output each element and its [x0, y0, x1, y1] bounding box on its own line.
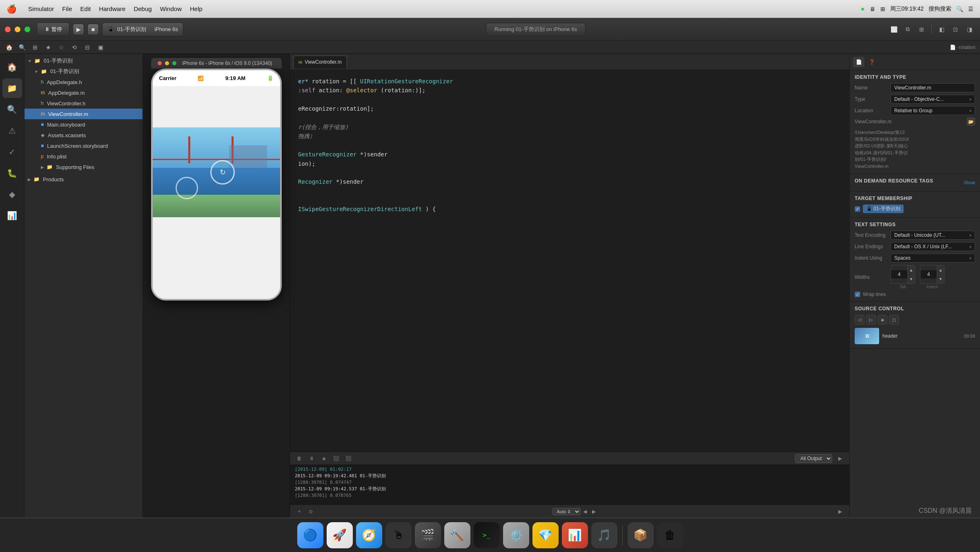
nav-hierarchy-btn[interactable]: ⊞: [29, 42, 41, 53]
prev-btn[interactable]: ◀: [581, 507, 590, 516]
code-content[interactable]: er* rotation = [[ UIRotationGestureRecog…: [290, 70, 849, 452]
file-assets[interactable]: ◈ Assets.xcassets: [24, 130, 143, 140]
sidebar-test-icon[interactable]: ✓: [2, 142, 22, 162]
nav-add-btn[interactable]: ★: [42, 42, 54, 53]
file-main-storyboard[interactable]: ■ Main.storyboard: [24, 119, 143, 130]
sc-next-btn[interactable]: ▷: [866, 315, 876, 325]
sidebar-files-icon[interactable]: 📁: [2, 78, 22, 98]
menu-icon[interactable]: ☰: [968, 6, 973, 12]
name-field[interactable]: ViewController.m: [891, 83, 975, 92]
tab-width-stepper[interactable]: 4 ▲ ▼: [891, 265, 915, 284]
navigator-btn[interactable]: ◧: [936, 24, 947, 35]
file-viewcontroller-m[interactable]: m ViewController.m: [24, 109, 143, 119]
sidebar-warnings-icon[interactable]: ⚠: [2, 121, 22, 140]
minimize-button[interactable]: [15, 27, 20, 32]
sidebar-home-icon[interactable]: 🏠: [2, 57, 22, 77]
file-supporting[interactable]: ▶ 📁 Supporting Files: [24, 162, 143, 172]
menu-simulator[interactable]: Simulator: [28, 5, 54, 12]
inspector-tab-quick[interactable]: ❓: [866, 57, 878, 67]
dock-terminal[interactable]: >_: [474, 522, 500, 548]
editor-standard-btn[interactable]: ⬜: [888, 24, 900, 35]
auto-select[interactable]: Auto ⇕: [552, 508, 581, 515]
sidebar-breakpoints-icon[interactable]: ◆: [2, 185, 22, 204]
indent-up-btn[interactable]: ▲: [937, 265, 944, 274]
menu-hardware[interactable]: Hardware: [99, 5, 125, 12]
menu-file[interactable]: File: [62, 5, 72, 12]
indent-using-field[interactable]: Spaces ▾: [891, 254, 975, 263]
close-button[interactable]: [5, 27, 11, 32]
sim-close[interactable]: [158, 61, 162, 65]
dock-app1[interactable]: 🎵: [591, 522, 617, 548]
menu-help[interactable]: Help: [190, 5, 203, 12]
sidebar-reports-icon[interactable]: 📊: [2, 206, 22, 225]
membership-checkbox[interactable]: ✓: [855, 206, 860, 212]
editor-assistant-btn[interactable]: ⧉: [902, 24, 913, 35]
utilities-btn[interactable]: ◨: [964, 24, 975, 35]
nav-panel-btn[interactable]: ▣: [95, 42, 106, 53]
type-field[interactable]: Default - Objective-C... ▾: [891, 95, 975, 104]
console-layout1-btn[interactable]: ⬛: [332, 454, 341, 463]
console-layout2-btn[interactable]: ⬛: [344, 454, 353, 463]
nav-diff-btn[interactable]: ⟲: [69, 42, 80, 53]
dock-fcpx[interactable]: 🎬: [415, 522, 441, 548]
debug-btn[interactable]: ⊡: [950, 24, 961, 35]
line-endings-field[interactable]: Default - OS X / Unix (LF... ▾: [891, 242, 975, 251]
sc-prev-btn[interactable]: ◁: [855, 315, 864, 325]
sidebar-debug-icon[interactable]: 🐛: [2, 163, 22, 183]
file-products[interactable]: ▶ 📁 Products: [24, 174, 143, 185]
dock-mouse[interactable]: 🖱: [385, 522, 412, 548]
fullscreen-button[interactable]: [24, 27, 30, 32]
apple-menu[interactable]: 🍎: [7, 4, 17, 14]
console-clear-btn[interactable]: 🗑: [295, 454, 304, 463]
console-output-select[interactable]: All Output: [795, 454, 832, 463]
editor-version-btn[interactable]: ⊞: [916, 24, 927, 35]
dock-safari[interactable]: 🧭: [356, 522, 382, 548]
sim-min[interactable]: [165, 61, 169, 65]
file-appdelegate-m[interactable]: m AppDelegate.m: [24, 87, 143, 98]
menu-debug[interactable]: Debug: [134, 5, 151, 12]
tab-up-btn[interactable]: ▲: [907, 265, 915, 274]
dock-system-pref[interactable]: ⚙️: [503, 522, 529, 548]
nav-search-btn[interactable]: 🔍: [16, 42, 28, 53]
nav-filter-btn[interactable]: ☆: [56, 42, 67, 53]
file-infoplist[interactable]: p Info.plist: [24, 151, 143, 162]
show-btn[interactable]: Show: [964, 180, 975, 185]
dock-powerpoint[interactable]: 📊: [562, 522, 588, 548]
run-button[interactable]: ▶: [73, 24, 84, 35]
console-pause-btn[interactable]: ⏸: [307, 454, 316, 463]
location-field[interactable]: Relative to Group ▾: [891, 106, 975, 115]
sim-max[interactable]: [172, 61, 176, 65]
console-right-btn[interactable]: ▶: [835, 454, 844, 463]
dock-app2[interactable]: 📦: [628, 522, 654, 548]
file-appdelegate-h[interactable]: h AppDelegate.h: [24, 77, 143, 87]
editor-tab-viewcontroller[interactable]: m ViewController.m: [293, 56, 347, 69]
dock-sketch[interactable]: 💎: [532, 522, 559, 548]
go-btn[interactable]: ▶: [835, 507, 844, 516]
nav-back-btn[interactable]: 🏠: [3, 42, 15, 53]
indent-down-btn[interactable]: ▼: [937, 274, 944, 283]
search-icon[interactable]: 🔍: [956, 6, 963, 12]
inspector-tab-file[interactable]: 📄: [853, 57, 864, 67]
file-launchscreen[interactable]: ■ LaunchScreen.storyboard: [24, 140, 143, 151]
sc-diff-btn[interactable]: ◈: [878, 315, 887, 325]
filter-btn[interactable]: ⊙: [306, 507, 315, 516]
menu-edit[interactable]: Edit: [80, 5, 91, 12]
dock-tools[interactable]: 🔨: [444, 522, 470, 548]
encoding-field[interactable]: Default - Unicode (UT... ▾: [891, 231, 975, 240]
tab-down-btn[interactable]: ▼: [907, 274, 915, 283]
dock-trash[interactable]: 🗑: [657, 522, 683, 548]
dock-launchpad[interactable]: 🚀: [327, 522, 353, 548]
menu-window[interactable]: Window: [160, 5, 182, 12]
stop-button[interactable]: ■: [87, 24, 99, 35]
file-viewcontroller-h[interactable]: h ViewController.h: [24, 98, 143, 109]
console-break-btn[interactable]: ◈: [319, 454, 328, 463]
file-group-sub[interactable]: ▼ 📁 01-手势识别: [24, 66, 143, 77]
scheme-selector[interactable]: 📱 01-手势识别 › iPhone 6s: [102, 22, 183, 36]
add-file-btn[interactable]: +: [295, 507, 304, 516]
sidebar-search-icon[interactable]: 🔍: [2, 100, 22, 119]
pause-button[interactable]: ⏸ 暂停: [37, 22, 69, 36]
sc-blame-btn[interactable]: ◻: [889, 315, 899, 325]
nav-extra-btn[interactable]: ⊟: [82, 42, 93, 53]
dock-finder[interactable]: 🔵: [297, 522, 323, 548]
browse-btn[interactable]: 📂: [967, 118, 975, 126]
